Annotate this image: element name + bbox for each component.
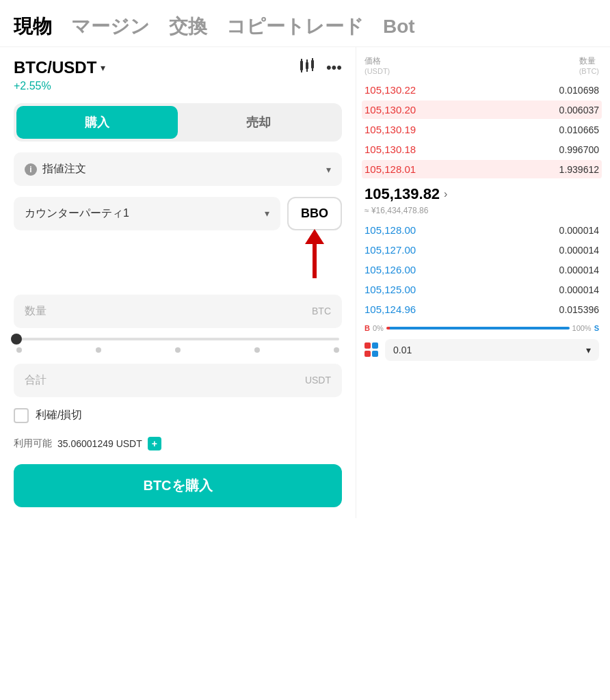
- buy-tab[interactable]: 購入: [16, 106, 178, 139]
- qty-select-value: 0.01: [393, 345, 412, 355]
- svg-rect-1: [301, 59, 302, 61]
- bid-price-4: 105,124.96: [364, 304, 416, 315]
- svg-rect-0: [300, 61, 303, 70]
- ask-row-3[interactable]: 105,130.18 0.996700: [362, 140, 602, 159]
- ask-row-4[interactable]: 105,128.01 1.939612: [362, 160, 602, 178]
- arrow-spacer: [14, 240, 342, 295]
- order-type-selector[interactable]: i 指値注文 ▾: [14, 152, 342, 186]
- quantity-unit: BTC: [312, 306, 331, 317]
- slider-thumb[interactable]: [11, 334, 22, 345]
- svg-rect-8: [312, 68, 313, 71]
- order-type-label: i 指値注文: [25, 162, 86, 176]
- bid-price-3: 105,125.00: [364, 284, 416, 295]
- orderbook-header: 価格 (USDT) 数量 (BTC): [362, 55, 602, 75]
- mid-price-arrow[interactable]: ›: [444, 188, 447, 200]
- more-options-icon[interactable]: •••: [326, 59, 342, 77]
- quantity-input-row[interactable]: 数量 BTC: [14, 295, 342, 328]
- bid-row-3[interactable]: 105,125.00 0.000014: [362, 280, 602, 299]
- tp-sl-label: 利確/損切: [36, 408, 82, 422]
- qty-col-label: 数量: [579, 55, 599, 67]
- bbo-label: BBO: [301, 206, 328, 221]
- grid-cell-3: [364, 351, 371, 357]
- ask-price-3: 105,130.18: [364, 144, 416, 155]
- pair-actions: •••: [297, 58, 342, 77]
- slider-dot-100: [334, 347, 339, 353]
- ask-price-4: 105,128.01: [364, 163, 416, 175]
- available-label: 利用可能: [14, 438, 52, 450]
- total-input-row[interactable]: 合計 USDT: [14, 364, 342, 397]
- price-col-unit: (USDT): [364, 67, 390, 75]
- slider-dot-50: [175, 347, 181, 353]
- pair-dropdown-icon[interactable]: ▾: [101, 62, 105, 73]
- tp-sl-checkbox[interactable]: [14, 408, 29, 423]
- bid-row-1[interactable]: 105,127.00 0.000014: [362, 241, 602, 259]
- left-panel: BTC/USDT ▾ ••: [0, 47, 356, 518]
- total-placeholder: 合計: [25, 373, 47, 388]
- svg-rect-2: [301, 70, 302, 72]
- add-funds-icon[interactable]: +: [148, 437, 161, 450]
- svg-rect-4: [306, 59, 308, 62]
- counter-party-row: カウンターパーティ1 ▾ BBO: [14, 197, 342, 230]
- bid-qty-0: 0.000014: [559, 225, 599, 236]
- bid-price-1: 105,127.00: [364, 244, 416, 256]
- order-type-dropdown-icon[interactable]: ▾: [326, 164, 331, 175]
- bid-qty-2: 0.000014: [559, 265, 599, 275]
- ask-price-0: 105,130.22: [364, 84, 416, 96]
- available-amount: 35.06001249 USDT: [57, 438, 142, 449]
- sell-label: S: [594, 324, 599, 332]
- pair-name: BTC/USDT: [14, 58, 96, 77]
- counter-party-dropdown-icon[interactable]: ▾: [265, 208, 269, 219]
- main-container: BTC/USDT ▾ ••: [0, 47, 610, 518]
- counter-party-text: カウンターパーティ1: [25, 206, 129, 221]
- counter-party-section: カウンターパーティ1 ▾ BBO: [14, 197, 342, 230]
- ask-qty-1: 0.006037: [559, 105, 599, 116]
- price-change: +2.55%: [14, 80, 342, 92]
- price-column-header: 価格 (USDT): [364, 55, 390, 75]
- qty-column-header: 数量 (BTC): [579, 55, 599, 75]
- buy-pct: 0%: [373, 324, 384, 332]
- candlestick-chart-icon[interactable]: [297, 58, 315, 77]
- pair-title: BTC/USDT ▾: [14, 58, 105, 77]
- svg-rect-3: [306, 62, 308, 69]
- quantity-slider[interactable]: [14, 338, 342, 353]
- bs-bar-row: B 0% 100% S: [362, 320, 602, 336]
- sell-pct: 100%: [572, 324, 592, 332]
- qty-select[interactable]: 0.01 ▾: [385, 339, 599, 361]
- bid-price-0: 105,128.00: [364, 224, 416, 236]
- nav-item-margin[interactable]: マージン: [71, 14, 150, 40]
- bottom-row: 0.01 ▾: [362, 336, 602, 364]
- grid-view-icon[interactable]: [364, 342, 380, 358]
- order-type-text: 指値注文: [42, 162, 86, 176]
- mid-price-row: 105,139.82 ›: [362, 180, 602, 206]
- total-unit: USDT: [305, 375, 331, 386]
- nav-item-bot[interactable]: Bot: [383, 16, 415, 38]
- tp-sl-row: 利確/損切: [14, 408, 342, 423]
- bid-price-2: 105,126.00: [364, 264, 416, 275]
- ask-row-0[interactable]: 105,130.22 0.010698: [362, 81, 602, 99]
- bid-row-0[interactable]: 105,128.00 0.000014: [362, 221, 602, 239]
- qty-col-unit: (BTC): [579, 67, 599, 75]
- ask-qty-0: 0.010698: [559, 85, 599, 96]
- ask-row-2[interactable]: 105,130.19 0.010665: [362, 120, 602, 139]
- bid-row-2[interactable]: 105,126.00 0.000014: [362, 260, 602, 279]
- buy-sell-tabs: 購入 売却: [14, 103, 342, 142]
- grid-cell-2: [372, 342, 378, 349]
- svg-rect-6: [311, 60, 314, 68]
- buy-button[interactable]: BTCを購入: [14, 464, 342, 507]
- bbo-button[interactable]: BBO: [287, 197, 342, 230]
- quantity-placeholder: 数量: [25, 304, 47, 319]
- orderbook-panel: 価格 (USDT) 数量 (BTC) 105,130.22 0.010698 1…: [356, 47, 610, 518]
- slider-dot-0: [16, 347, 22, 353]
- qty-select-arrow: ▾: [586, 345, 591, 355]
- nav-item-exchange[interactable]: 交換: [169, 14, 207, 40]
- slider-track[interactable]: [16, 338, 339, 340]
- ask-row-1[interactable]: 105,130.20 0.006037: [362, 100, 602, 119]
- ask-price-1: 105,130.20: [364, 104, 416, 116]
- ask-qty-2: 0.010665: [559, 124, 599, 135]
- nav-item-spot[interactable]: 現物: [14, 14, 52, 40]
- available-balance-row: 利用可能 35.06001249 USDT +: [14, 437, 342, 450]
- sell-tab[interactable]: 売却: [178, 106, 339, 139]
- bid-row-4[interactable]: 105,124.96 0.015396: [362, 300, 602, 319]
- counter-party-select[interactable]: カウンターパーティ1 ▾: [14, 197, 280, 230]
- nav-item-copy-trade[interactable]: コピートレード: [226, 14, 364, 40]
